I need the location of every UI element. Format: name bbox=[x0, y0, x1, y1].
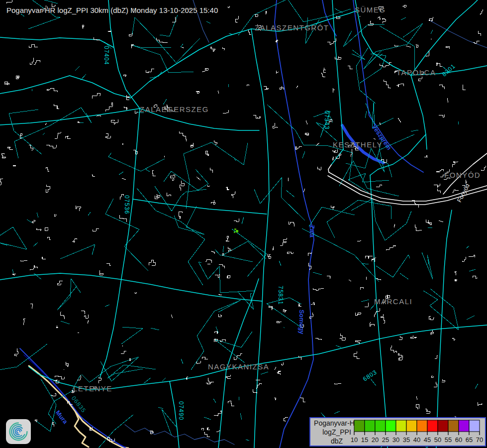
dbz-tick-55: 55 bbox=[445, 436, 452, 444]
map-canvas bbox=[0, 0, 487, 448]
dbz-tick-60: 60 bbox=[455, 436, 462, 444]
dbz-cell-50 bbox=[438, 420, 448, 432]
dbz-tick-10: 10 bbox=[351, 436, 358, 444]
dbz-cell-65 bbox=[469, 420, 480, 432]
dbz-tick-15: 15 bbox=[361, 436, 368, 444]
dbz-tick-70: 70 bbox=[476, 436, 483, 444]
dbz-tick-35: 35 bbox=[403, 436, 410, 444]
dbz-cell-15 bbox=[365, 420, 375, 432]
dbz-cell-55 bbox=[448, 420, 459, 432]
met-spiral-logo[interactable] bbox=[6, 419, 31, 444]
dbz-cell-25 bbox=[386, 420, 396, 432]
dbz-tick-65: 65 bbox=[466, 436, 473, 444]
dbz-cell-40 bbox=[417, 420, 427, 432]
dbz-cell-10 bbox=[354, 420, 365, 432]
dbz-tick-30: 30 bbox=[392, 436, 399, 444]
dbz-tick-45: 45 bbox=[424, 436, 431, 444]
dbz-color-scale: 10152025303540455055606570 bbox=[350, 419, 484, 445]
dbz-tick-40: 40 bbox=[413, 436, 420, 444]
dbz-cell-45 bbox=[427, 420, 438, 432]
dbz-cell-20 bbox=[375, 420, 386, 432]
product-title: Poganyvar-HR logZ_PPI 30km (dbZ) Monday … bbox=[6, 6, 218, 14]
spiral-icon bbox=[7, 421, 29, 443]
dbz-tick-25: 25 bbox=[382, 436, 389, 444]
dbz-cell-35 bbox=[406, 420, 417, 432]
dbz-tick-20: 20 bbox=[372, 436, 379, 444]
color-scale-legend: Poganyvar-HR logZ_PPI dbZ 10152025303540… bbox=[309, 417, 486, 447]
dbz-cell-30 bbox=[396, 420, 406, 432]
dbz-tick-50: 50 bbox=[434, 436, 441, 444]
radar-viewer: ZALASZENTGRÓTSÜMEGTAPOLCAZALAEGERSZEGKES… bbox=[0, 0, 487, 448]
dbz-cell-60 bbox=[459, 420, 469, 432]
